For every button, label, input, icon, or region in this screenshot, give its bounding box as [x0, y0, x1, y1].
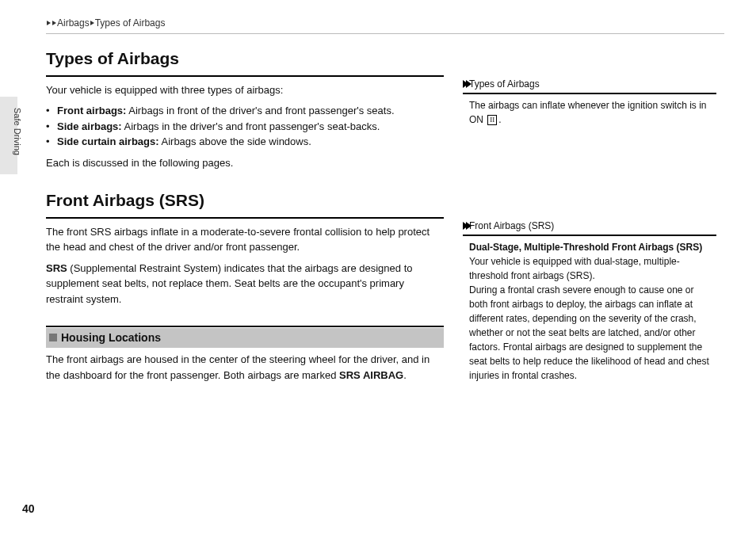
side-block-title: Front Airbags (SRS) [463, 219, 716, 236]
section-heading-front-airbags: Front Airbags (SRS) [46, 188, 444, 219]
page-container: AirbagsTypes of Airbags Safe Driving Typ… [0, 0, 756, 534]
side-tab-label: Safe Driving [13, 108, 22, 155]
section2-p1: The front SRS airbags inflate in a moder… [46, 224, 444, 255]
side-title-text: Types of Airbags [469, 78, 540, 90]
side2-p2: During a frontal crash severe enough to … [469, 284, 709, 381]
chevron-right-icon [52, 21, 56, 25]
housing-text-post: . [403, 369, 407, 381]
srs-text: (Supplemental Restraint System) indicate… [46, 262, 412, 305]
airbag-types-list: Front airbags: Airbags in front of the d… [46, 103, 444, 150]
section1-outro: Each is discussed in the following pages… [46, 155, 444, 171]
section2-p2: SRS (Supplemental Restraint System) indi… [46, 261, 444, 307]
side-block-types: Types of Airbags The airbags can inflate… [463, 77, 716, 127]
ignition-on-symbol: II [487, 115, 497, 125]
srs-label: SRS [46, 262, 67, 274]
housing-body: The front airbags are housed in the cent… [46, 352, 444, 383]
bullet-text: Airbags in front of the driver's and fro… [126, 105, 394, 116]
list-item: Front airbags: Airbags in front of the d… [46, 103, 444, 119]
list-item: Side airbags: Airbags in the driver's an… [46, 119, 444, 135]
side-block-body: The airbags can inflate whenever the ign… [463, 98, 716, 127]
breadcrumb-item: Airbags [57, 17, 90, 29]
side-column: Types of Airbags The airbags can inflate… [463, 77, 716, 383]
dual-stage-heading: Dual-Stage, Multiple-Threshold Front Air… [469, 242, 702, 253]
list-item: Side curtain airbags: Airbags above the … [46, 134, 444, 150]
section1-intro: Your vehicle is equipped with three type… [46, 82, 444, 98]
bullet-text: Airbags in the driver's and front passen… [122, 120, 380, 132]
side1-text-post: . [498, 114, 501, 125]
side2-p1: Your vehicle is equipped with dual-stage… [469, 256, 680, 281]
srs-airbag-label: SRS AIRBAG [339, 369, 403, 381]
side1-text-pre: The airbags can inflate whenever the ign… [469, 100, 707, 125]
double-chevron-icon [463, 222, 468, 230]
square-bullet-icon [49, 334, 57, 341]
subsection-title: Housing Locations [61, 331, 161, 344]
page-number: 40 [22, 502, 35, 515]
side-block-title: Types of Airbags [463, 77, 716, 94]
bullet-label: Front airbags: [57, 105, 126, 116]
bullet-label: Side airbags: [57, 120, 122, 132]
chevron-right-icon [47, 21, 51, 25]
main-column: Types of Airbags Your vehicle is equippe… [46, 46, 444, 388]
breadcrumb-item: Types of Airbags [95, 17, 166, 29]
side-block-front-airbags: Front Airbags (SRS) Dual-Stage, Multiple… [463, 219, 716, 383]
breadcrumb: AirbagsTypes of Airbags [46, 17, 724, 34]
side-title-text: Front Airbags (SRS) [469, 220, 554, 231]
subsection-bar-housing: Housing Locations [46, 326, 444, 346]
double-chevron-icon [463, 80, 468, 88]
side-block-body: Dual-Stage, Multiple-Threshold Front Air… [463, 240, 716, 383]
subsection-bar-inner: Housing Locations [46, 328, 444, 348]
bullet-label: Side curtain airbags: [57, 135, 159, 147]
bullet-text: Airbags above the side windows. [159, 135, 311, 147]
chevron-right-icon [90, 21, 94, 25]
section-heading-types: Types of Airbags [46, 46, 444, 77]
